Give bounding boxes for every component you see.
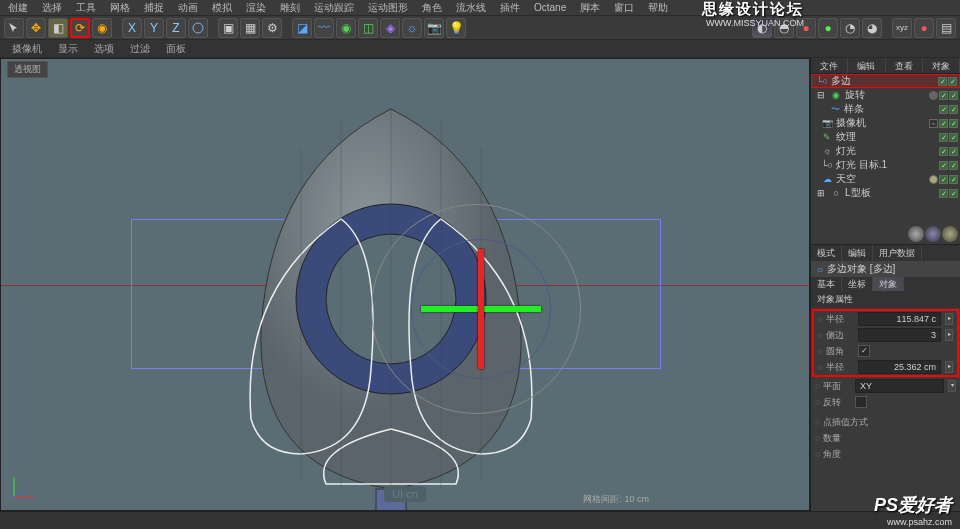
menu-snap[interactable]: 捕捉 <box>144 1 164 15</box>
vp-options[interactable]: 选项 <box>94 42 114 56</box>
round-checkbox[interactable]: ✓ <box>858 345 870 357</box>
vis-editor[interactable]: ✓ <box>939 147 948 156</box>
tool-select[interactable] <box>4 18 24 38</box>
material-3[interactable] <box>942 226 958 242</box>
radius-input[interactable]: 115.847 c <box>858 312 941 326</box>
om-tab-object[interactable]: 对象 <box>923 58 960 73</box>
object-tree[interactable]: └○ 多边 ✓✓ ⊟ ◉ 旋转 ✓✓ 〜 样条 ✓✓ 📷 摄像机 ▫✓✓ ✎ 纹… <box>811 74 960 224</box>
prim-deformer[interactable]: ◈ <box>380 18 400 38</box>
reverse-checkbox[interactable] <box>855 396 867 408</box>
vp-filter[interactable]: 过滤 <box>130 42 150 56</box>
vis-editor[interactable]: ✓ <box>939 175 948 184</box>
menu-octane[interactable]: Octane <box>534 2 566 13</box>
tree-item-lathe[interactable]: ⊟ ◉ 旋转 ✓✓ <box>811 88 960 102</box>
cam-active[interactable]: ▫ <box>929 119 938 128</box>
expand-icon[interactable]: ⊟ <box>815 89 827 101</box>
tree-item-polygon[interactable]: └○ 多边 ✓✓ <box>811 74 960 88</box>
vp-display[interactable]: 显示 <box>58 42 78 56</box>
tool-lastused[interactable]: ◉ <box>92 18 112 38</box>
oct-btn4[interactable]: ● <box>818 18 838 38</box>
subtab-basic[interactable]: 基本 <box>811 277 842 291</box>
menu-sculpt[interactable]: 雕刻 <box>280 1 300 15</box>
menu-help[interactable]: 帮助 <box>648 1 668 15</box>
menu-mograph[interactable]: 运动图形 <box>368 1 408 15</box>
expand-icon[interactable]: ⊞ <box>815 187 827 199</box>
vis-render[interactable]: ✓ <box>949 147 958 156</box>
radius2-input[interactable]: 25.362 cm <box>858 360 941 374</box>
attr-tab-edit[interactable]: 编辑 <box>842 245 873 261</box>
material-1[interactable] <box>908 226 924 242</box>
dropdown-icon[interactable]: ▾ <box>948 380 956 392</box>
vis-editor[interactable]: ✓ <box>939 189 948 198</box>
layout-btn1[interactable]: xyz <box>892 18 912 38</box>
viewport-tab[interactable]: 透视图 <box>7 61 48 78</box>
tree-item-camera[interactable]: 📷 摄像机 ▫✓✓ <box>811 116 960 130</box>
vis-editor[interactable]: ✓ <box>939 91 948 100</box>
tree-item-sky[interactable]: ☁ 天空 ✓✓ <box>811 172 960 186</box>
vis-render[interactable]: ✓ <box>948 77 957 86</box>
menu-anim[interactable]: 动画 <box>178 1 198 15</box>
menu-tracking[interactable]: 运动跟踪 <box>314 1 354 15</box>
axis-y[interactable]: Y <box>144 18 164 38</box>
vis-render[interactable]: ✓ <box>949 189 958 198</box>
tree-item-light[interactable]: ☼ 灯光 ✓✓ <box>811 144 960 158</box>
render-full[interactable]: ▦ <box>240 18 260 38</box>
prim-camera[interactable]: 📷 <box>424 18 444 38</box>
vis-render[interactable]: ✓ <box>949 133 958 142</box>
vis-render[interactable]: ✓ <box>949 105 958 114</box>
menu-select[interactable]: 选择 <box>42 1 62 15</box>
prim-cube[interactable]: ◪ <box>292 18 312 38</box>
vis-render[interactable]: ✓ <box>949 119 958 128</box>
vis-render[interactable]: ✓ <box>949 175 958 184</box>
attr-tab-userdata[interactable]: 用户数据 <box>873 245 922 261</box>
menu-create[interactable]: 创建 <box>8 1 28 15</box>
subtab-object[interactable]: 对象 <box>873 277 904 291</box>
layout-btn3[interactable]: ▤ <box>936 18 956 38</box>
tool-rotate[interactable]: ⟳ <box>70 18 90 38</box>
vis-render[interactable]: ✓ <box>949 91 958 100</box>
vis-editor[interactable]: ✓ <box>938 77 947 86</box>
vis-editor[interactable]: ✓ <box>939 119 948 128</box>
prim-spline[interactable]: 〰 <box>314 18 334 38</box>
axis-z[interactable]: Z <box>166 18 186 38</box>
prim-nurbs[interactable]: ◉ <box>336 18 356 38</box>
menu-plugins[interactable]: 插件 <box>500 1 520 15</box>
menu-pipeline[interactable]: 流水线 <box>456 1 486 15</box>
vis-render[interactable]: ✓ <box>949 161 958 170</box>
material-2[interactable] <box>925 226 941 242</box>
spinner-icon[interactable]: ▸ <box>945 313 953 325</box>
menu-script[interactable]: 脚本 <box>580 1 600 15</box>
coord-system[interactable] <box>188 18 208 38</box>
viewport[interactable]: 透视图 网格间距: 10 cm UI·cn <box>0 58 810 511</box>
menu-window[interactable]: 窗口 <box>614 1 634 15</box>
axis-x[interactable]: X <box>122 18 142 38</box>
tree-item-spline[interactable]: 〜 样条 ✓✓ <box>811 102 960 116</box>
menu-tools[interactable]: 工具 <box>76 1 96 15</box>
vis-editor[interactable]: ✓ <box>939 161 948 170</box>
vis-dot[interactable] <box>929 91 938 100</box>
vis-editor[interactable]: ✓ <box>939 105 948 114</box>
attr-tab-mode[interactable]: 模式 <box>811 245 842 261</box>
oct-btn6[interactable]: ◕ <box>862 18 882 38</box>
tree-item-light-target[interactable]: └○ 灯光 目标.1 ✓✓ <box>811 158 960 172</box>
gizmo-y-axis[interactable] <box>478 249 484 369</box>
tool-scale[interactable]: ◧ <box>48 18 68 38</box>
oct-btn5[interactable]: ◔ <box>840 18 860 38</box>
spinner-icon[interactable]: ▸ <box>945 329 953 341</box>
layout-btn2[interactable]: ● <box>914 18 934 38</box>
vp-camera[interactable]: 摄像机 <box>12 42 42 56</box>
prim-light[interactable]: 💡 <box>446 18 466 38</box>
spinner-icon[interactable]: ▸ <box>945 361 953 373</box>
tree-item-texture[interactable]: ✎ 纹理 ✓✓ <box>811 130 960 144</box>
vp-panel[interactable]: 面板 <box>166 42 186 56</box>
om-tab-view[interactable]: 查看 <box>886 58 923 73</box>
mat-tag[interactable] <box>929 175 938 184</box>
tree-item-lshape[interactable]: ⊞ ○ L型板 ✓✓ <box>811 186 960 200</box>
vis-editor[interactable]: ✓ <box>939 133 948 142</box>
sides-input[interactable]: 3 <box>858 328 941 342</box>
prim-env[interactable]: ☼ <box>402 18 422 38</box>
menu-mesh[interactable]: 网格 <box>110 1 130 15</box>
menu-render[interactable]: 渲染 <box>246 1 266 15</box>
menu-sim[interactable]: 模拟 <box>212 1 232 15</box>
prim-generator[interactable]: ◫ <box>358 18 378 38</box>
